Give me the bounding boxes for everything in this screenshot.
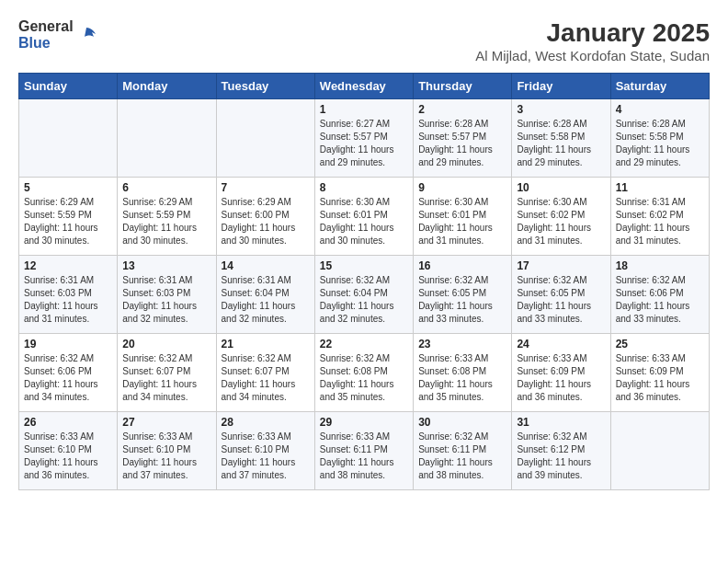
day-info: Sunrise: 6:32 AM Sunset: 6:05 PM Dayligh… [517,274,605,326]
header-friday: Friday [512,74,610,99]
day-number: 23 [418,338,506,350]
table-row: 3Sunrise: 6:28 AM Sunset: 5:58 PM Daylig… [512,99,610,178]
day-number: 7 [222,181,310,194]
header-monday: Monday [118,74,216,99]
calendar-table: Sunday Monday Tuesday Wednesday Thursday… [18,73,710,490]
day-number: 1 [320,103,408,116]
table-row: 8Sunrise: 6:30 AM Sunset: 6:01 PM Daylig… [314,178,413,256]
table-row: 25Sunrise: 6:33 AM Sunset: 6:09 PM Dayli… [610,334,709,412]
table-row: 15Sunrise: 6:32 AM Sunset: 6:04 PM Dayli… [314,256,413,334]
calendar-week-row: 12Sunrise: 6:31 AM Sunset: 6:03 PM Dayli… [19,256,710,334]
day-number: 10 [517,181,605,194]
day-info: Sunrise: 6:28 AM Sunset: 5:58 PM Dayligh… [616,118,704,169]
day-info: Sunrise: 6:33 AM Sunset: 6:10 PM Dayligh… [24,431,112,482]
day-info: Sunrise: 6:31 AM Sunset: 6:03 PM Dayligh… [24,274,112,326]
day-info: Sunrise: 6:32 AM Sunset: 6:11 PM Dayligh… [418,431,506,482]
calendar-week-row: 5Sunrise: 6:29 AM Sunset: 5:59 PM Daylig… [19,178,710,256]
day-number: 28 [222,416,310,429]
day-info: Sunrise: 6:33 AM Sunset: 6:10 PM Dayligh… [222,431,310,482]
day-number: 12 [24,259,112,272]
table-row: 21Sunrise: 6:32 AM Sunset: 6:07 PM Dayli… [216,334,314,412]
table-row: 7Sunrise: 6:29 AM Sunset: 6:00 PM Daylig… [216,178,314,256]
header-saturday: Saturday [610,74,709,99]
day-info: Sunrise: 6:29 AM Sunset: 5:59 PM Dayligh… [122,196,210,247]
table-row: 5Sunrise: 6:29 AM Sunset: 5:59 PM Daylig… [19,178,118,256]
day-info: Sunrise: 6:31 AM Sunset: 6:04 PM Dayligh… [222,274,310,326]
day-number: 2 [418,103,506,116]
day-info: Sunrise: 6:32 AM Sunset: 6:06 PM Dayligh… [24,352,112,404]
page-header: General Blue January 2025 Al Mijlad, Wes… [18,18,710,63]
day-number: 14 [222,259,310,272]
day-number: 13 [122,259,210,272]
calendar-week-row: 26Sunrise: 6:33 AM Sunset: 6:10 PM Dayli… [19,412,710,490]
table-row: 14Sunrise: 6:31 AM Sunset: 6:04 PM Dayli… [216,256,314,334]
day-number: 3 [517,103,605,116]
day-number: 19 [24,338,112,350]
day-info: Sunrise: 6:32 AM Sunset: 6:08 PM Dayligh… [320,352,408,404]
day-info: Sunrise: 6:32 AM Sunset: 6:12 PM Dayligh… [517,431,605,482]
day-info: Sunrise: 6:31 AM Sunset: 6:03 PM Dayligh… [122,274,210,326]
logo-bird-icon [75,24,97,46]
day-number: 25 [616,338,704,350]
calendar-subtitle: Al Mijlad, West Kordofan State, Sudan [475,48,710,63]
day-info: Sunrise: 6:28 AM Sunset: 5:57 PM Dayligh… [418,118,506,169]
table-row: 16Sunrise: 6:32 AM Sunset: 6:05 PM Dayli… [414,256,512,334]
day-number: 5 [24,181,112,194]
day-info: Sunrise: 6:28 AM Sunset: 5:58 PM Dayligh… [517,118,605,169]
title-block: January 2025 Al Mijlad, West Kordofan St… [475,18,710,63]
table-row: 9Sunrise: 6:30 AM Sunset: 6:01 PM Daylig… [414,178,512,256]
table-row [610,412,709,490]
table-row: 27Sunrise: 6:33 AM Sunset: 6:10 PM Dayli… [118,412,216,490]
header-sunday: Sunday [19,74,118,99]
day-number: 31 [517,416,605,429]
day-info: Sunrise: 6:30 AM Sunset: 6:01 PM Dayligh… [418,196,506,247]
day-number: 17 [517,259,605,272]
table-row [216,99,314,178]
table-row: 11Sunrise: 6:31 AM Sunset: 6:02 PM Dayli… [610,178,709,256]
calendar-title: January 2025 [475,18,710,48]
day-number: 16 [418,259,506,272]
table-row: 6Sunrise: 6:29 AM Sunset: 5:59 PM Daylig… [118,178,216,256]
table-row: 18Sunrise: 6:32 AM Sunset: 6:06 PM Dayli… [610,256,709,334]
table-row: 28Sunrise: 6:33 AM Sunset: 6:10 PM Dayli… [216,412,314,490]
table-row: 13Sunrise: 6:31 AM Sunset: 6:03 PM Dayli… [118,256,216,334]
day-number: 11 [616,181,704,194]
table-row: 31Sunrise: 6:32 AM Sunset: 6:12 PM Dayli… [512,412,610,490]
day-number: 22 [320,338,408,350]
logo: General Blue [18,18,97,51]
table-row: 17Sunrise: 6:32 AM Sunset: 6:05 PM Dayli… [512,256,610,334]
day-number: 15 [320,259,408,272]
table-row: 26Sunrise: 6:33 AM Sunset: 6:10 PM Dayli… [19,412,118,490]
day-number: 29 [320,416,408,429]
day-number: 21 [222,338,310,350]
day-info: Sunrise: 6:29 AM Sunset: 6:00 PM Dayligh… [222,196,310,247]
day-info: Sunrise: 6:32 AM Sunset: 6:06 PM Dayligh… [616,274,704,326]
table-row: 4Sunrise: 6:28 AM Sunset: 5:58 PM Daylig… [610,99,709,178]
day-info: Sunrise: 6:31 AM Sunset: 6:02 PM Dayligh… [616,196,704,247]
table-row: 12Sunrise: 6:31 AM Sunset: 6:03 PM Dayli… [19,256,118,334]
day-info: Sunrise: 6:32 AM Sunset: 6:07 PM Dayligh… [122,352,210,404]
day-number: 9 [418,181,506,194]
day-number: 20 [122,338,210,350]
day-number: 24 [517,338,605,350]
table-row: 30Sunrise: 6:32 AM Sunset: 6:11 PM Dayli… [414,412,512,490]
day-number: 4 [616,103,704,116]
day-info: Sunrise: 6:33 AM Sunset: 6:09 PM Dayligh… [616,352,704,404]
day-number: 8 [320,181,408,194]
days-header-row: Sunday Monday Tuesday Wednesday Thursday… [19,74,710,99]
table-row [19,99,118,178]
table-row: 23Sunrise: 6:33 AM Sunset: 6:08 PM Dayli… [414,334,512,412]
header-wednesday: Wednesday [314,74,413,99]
day-info: Sunrise: 6:29 AM Sunset: 5:59 PM Dayligh… [24,196,112,247]
day-number: 27 [122,416,210,429]
day-info: Sunrise: 6:32 AM Sunset: 6:05 PM Dayligh… [418,274,506,326]
day-info: Sunrise: 6:33 AM Sunset: 6:10 PM Dayligh… [122,431,210,482]
day-info: Sunrise: 6:33 AM Sunset: 6:08 PM Dayligh… [418,352,506,404]
calendar-week-row: 1Sunrise: 6:27 AM Sunset: 5:57 PM Daylig… [19,99,710,178]
table-row: 22Sunrise: 6:32 AM Sunset: 6:08 PM Dayli… [314,334,413,412]
day-number: 30 [418,416,506,429]
day-info: Sunrise: 6:30 AM Sunset: 6:02 PM Dayligh… [517,196,605,247]
calendar-week-row: 19Sunrise: 6:32 AM Sunset: 6:06 PM Dayli… [19,334,710,412]
day-info: Sunrise: 6:32 AM Sunset: 6:04 PM Dayligh… [320,274,408,326]
header-thursday: Thursday [414,74,512,99]
